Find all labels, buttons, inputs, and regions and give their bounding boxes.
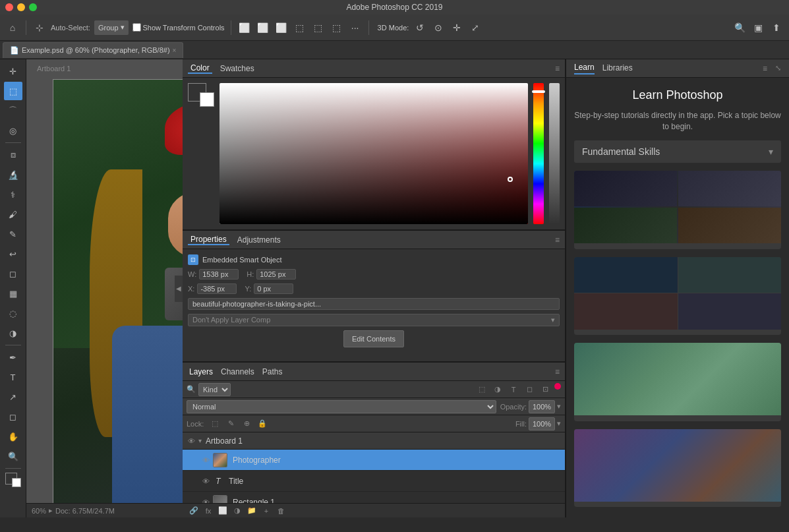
tab-paths[interactable]: Paths [261,367,284,376]
gradient-tool[interactable]: ▦ [4,284,22,303]
clone-stamp-tool[interactable]: ✎ [4,225,22,243]
background-color-chip[interactable] [200,92,214,107]
panel-collapse-handle[interactable]: ◀ [175,276,183,302]
add-group-button[interactable]: 📁 [246,505,258,517]
tutorial-card-tour[interactable]: Photoshop Tour [574,171,781,249]
path-select-tool[interactable]: ↗ [4,388,22,406]
more-icon[interactable]: ··· [348,20,363,35]
add-adjustment-button[interactable]: ◑ [231,505,243,517]
layer-visibility-icon-1[interactable]: 👁 [201,456,210,465]
healing-brush-tool[interactable]: ⚕ [4,185,22,204]
eraser-tool[interactable]: ◻ [4,264,22,283]
delete-layer-button[interactable]: 🗑 [275,505,287,517]
add-layer-button[interactable]: + [260,505,272,517]
group-button[interactable]: Group ▾ [94,20,129,35]
home-icon[interactable]: ⌂ [5,20,20,35]
filter-type-icon[interactable]: T [507,383,520,396]
scale-3d-icon[interactable]: ⤢ [468,20,482,35]
opacity-stepper[interactable]: ▾ [557,402,561,411]
tab-learn[interactable]: Learn [574,63,595,74]
color-spectrum-area[interactable] [219,83,528,224]
fundamental-skills-row[interactable]: Fundamental Skills ▾ [574,140,781,163]
tab-color[interactable]: Color [188,63,212,74]
tutorial-card-mask[interactable]: Use a layer mask to add an object to an … [574,429,781,507]
artboard-expand-icon[interactable]: ▾ [198,437,202,444]
shape-tool[interactable]: ◻ [4,407,22,426]
tutorial-card-select[interactable]: Select part of an image [574,343,781,421]
lock-all-button[interactable]: 🔒 [256,418,268,430]
artboard-row[interactable]: 👁 ▾ Artboard 1 [183,432,565,450]
minimize-button[interactable] [17,3,25,11]
hand-tool[interactable]: ✋ [4,427,22,446]
quick-select-tool[interactable]: ◎ [4,121,22,140]
pen-tool[interactable]: ✒ [4,348,22,367]
filter-pixel-icon[interactable]: ⬚ [475,383,488,396]
share-icon[interactable]: ⬆ [769,20,784,35]
tab-layers[interactable]: Layers [188,367,214,376]
eyedropper-tool[interactable]: 🔬 [4,165,22,184]
filter-adjustment-icon[interactable]: ◑ [491,383,504,396]
lock-brush-button[interactable]: ✎ [225,418,237,430]
align-right-icon[interactable]: ⬜ [274,20,289,35]
tab-swatches[interactable]: Swatches [218,64,257,73]
document-tab[interactable]: 📄 Example.psd @ 60% (Photographer, RGB/8… [3,42,183,58]
learn-panel-menu-icon[interactable]: ≡ [763,64,767,73]
add-style-button[interactable]: fx [202,505,214,517]
canvas-area[interactable]: ◀ Artboard 1 [26,59,183,517]
opacity-input[interactable] [529,400,555,413]
show-transform-wrap[interactable]: Show Transform Controls [132,23,225,32]
dodge-tool[interactable]: ◑ [4,324,22,342]
align-center-icon[interactable]: ⬜ [256,20,270,35]
color-spectrum-marker[interactable] [508,177,513,182]
fill-input[interactable] [529,417,555,430]
filter-smart-icon[interactable]: ⊡ [539,383,552,396]
crop-tool[interactable]: ⧈ [4,146,22,164]
layer-row[interactable]: 👁 Photographer [183,450,565,471]
color-spectrum[interactable] [219,83,528,224]
distribute-h-icon[interactable]: ⬚ [330,20,344,35]
zoom-tool[interactable]: 🔍 [4,447,22,465]
layer-row-title[interactable]: 👁 T Title [183,471,565,492]
layer-visibility-icon-2[interactable]: 👁 [201,477,210,486]
tutorial-card-layers[interactable]: Work with multiple layers [574,257,781,335]
lasso-tool[interactable]: ⌒ [4,102,22,120]
tab-channels[interactable]: Channels [219,367,256,376]
fullscreen-button[interactable] [29,3,37,11]
search-icon[interactable]: 🔍 [732,20,747,35]
link-layers-button[interactable]: 🔗 [188,505,200,517]
rotate-3d-icon[interactable]: ↺ [413,20,427,35]
layer-visibility-icon-3[interactable]: 👁 [201,498,210,504]
lock-pixels-button[interactable]: ⬚ [209,418,221,430]
fg-bg-colors[interactable] [188,83,214,107]
text-tool[interactable]: T [4,368,22,386]
learn-panel-expand-icon[interactable]: ⤡ [775,64,781,73]
layers-panel-menu-icon[interactable]: ≡ [555,367,560,376]
filter-shape-icon[interactable]: ◻ [523,383,536,396]
align-left-icon[interactable]: ⬜ [237,20,252,35]
layer-comp-row[interactable]: Don't Apply Layer Comp ▾ [188,314,560,326]
add-mask-button[interactable]: ⬜ [217,505,229,517]
edit-contents-button[interactable]: Edit Contents [343,330,404,347]
marquee-tool[interactable]: ⬚ [4,82,22,100]
hue-marker[interactable] [532,90,545,93]
layout-icon[interactable]: ▣ [751,20,765,35]
close-button[interactable] [5,3,13,11]
hue-slider[interactable] [533,83,544,224]
tab-close-button[interactable]: × [173,47,177,54]
alpha-slider[interactable] [549,83,560,224]
color-panel-menu-icon[interactable]: ≡ [555,64,560,73]
orbit-3d-icon[interactable]: ⊙ [431,20,446,35]
tab-properties[interactable]: Properties [188,235,229,245]
fill-stepper[interactable]: ▾ [557,419,561,428]
skills-chevron-icon[interactable]: ▾ [769,146,773,157]
pan-3d-icon[interactable]: ✛ [450,20,464,35]
move-tool[interactable]: ✛ [4,62,22,80]
blend-mode-select[interactable]: Normal [187,400,496,413]
layer-row-rectangle[interactable]: 👁 Rectangle 1 [183,492,565,503]
distribute-v-icon[interactable]: ⬚ [311,20,326,35]
tab-libraries[interactable]: Libraries [602,63,633,74]
distribute-icon[interactable]: ⬚ [293,20,307,35]
properties-panel-menu-icon[interactable]: ≡ [555,235,560,245]
move-tool-icon[interactable]: ⊹ [32,20,47,35]
artboard-visibility-icon[interactable]: 👁 [187,436,196,446]
